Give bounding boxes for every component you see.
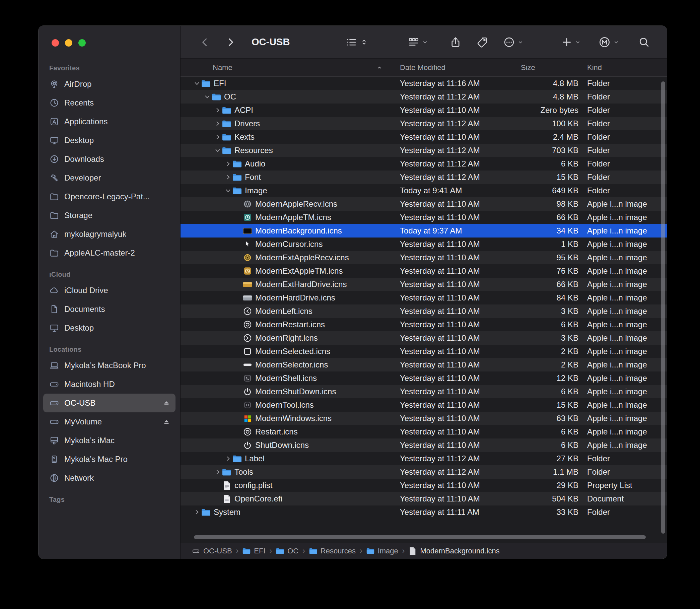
sidebar-item-icloud-drive[interactable]: iCloud Drive [43,281,175,300]
disclosure-chevron-icon[interactable] [193,509,201,516]
table-row[interactable]: config.plistYesterday at 11:10 AM29 KBPr… [180,479,667,492]
disclosure-chevron-icon[interactable] [213,147,222,154]
table-row[interactable]: KextsYesterday at 11:10 AM2.4 MBFolder [180,130,667,144]
sidebar-item-mykola-s-macbook-pro[interactable]: Mykola’s MacBook Pro [43,356,175,375]
disclosure-chevron-icon[interactable] [213,107,222,114]
table-row[interactable]: ModernSelector.icnsYesterday at 11:10 AM… [180,358,667,371]
path-item-image[interactable]: Image [366,547,398,555]
back-button[interactable] [199,36,211,48]
column-header-size[interactable]: Size [516,58,581,76]
path-item-efi[interactable]: EFI [243,547,265,555]
new-item-button[interactable] [561,36,581,48]
disclosure-chevron-icon[interactable] [224,174,232,180]
vertical-scrollbar[interactable] [661,82,665,534]
sidebar-item-opencore-legacy-pat[interactable]: Opencore-Legacy-Pat... [43,187,175,206]
disclosure-chevron-icon[interactable] [193,80,201,87]
modernshell-icns-icon [243,372,252,384]
column-header-date-modified[interactable]: Date Modified [394,58,516,76]
path-item-oc-usb[interactable]: OC-USB [192,547,232,555]
table-row[interactable]: ModernTool.icnsYesterday at 11:10 AM15 K… [180,398,667,412]
file-date-modified: Yesterday at 11:10 AM [394,280,516,289]
sidebar-item-mykola-s-mac-pro[interactable]: Mykola’s Mac Pro [43,450,175,469]
sidebar-item-desktop[interactable]: Desktop [43,318,175,337]
table-row[interactable]: ModernLeft.icnsYesterday at 11:10 AM3 KB… [180,304,667,318]
table-row[interactable]: ModernRestart.icnsYesterday at 11:10 AM6… [180,318,667,331]
file-kind: Apple i...n image [581,293,667,302]
tag-button[interactable] [476,36,488,48]
table-row[interactable]: ModernWindows.icnsYesterday at 11:10 AM6… [180,412,667,425]
path-item-resources[interactable]: Resources [309,547,356,555]
chevron-down-icon [613,39,619,45]
table-row[interactable]: LabelYesterday at 11:12 AM27 KBFolder [180,452,667,465]
sidebar-item-storage[interactable]: Storage [43,206,175,225]
table-row[interactable]: ModernCursor.icnsYesterday at 11:10 AM1 … [180,238,667,251]
table-row[interactable]: DriversYesterday at 11:12 AM100 KBFolder [180,117,667,130]
table-row[interactable]: FontYesterday at 11:12 AM15 KBFolder [180,171,667,184]
table-row[interactable]: ModernExtAppleTM.icnsYesterday at 11:10 … [180,264,667,278]
sidebar-item-mykola-s-imac[interactable]: Mykola’s iMac [43,431,175,450]
more-actions-button[interactable] [503,36,524,48]
table-row[interactable]: ModernHardDrive.icnsYesterday at 11:10 A… [180,291,667,304]
sidebar-item-label: Recents [64,98,94,107]
table-row[interactable]: ModernShell.icnsYesterday at 11:10 AM12 … [180,371,667,385]
table-row[interactable]: ModernRight.icnsYesterday at 11:10 AM3 K… [180,331,667,345]
disclosure-chevron-icon[interactable] [224,455,232,462]
sidebar-item-oc-usb[interactable]: OC-USB [43,394,175,412]
sidebar-item-desktop[interactable]: Desktop [43,131,175,150]
table-row[interactable]: ShutDown.icnsYesterday at 11:10 AM6 KBAp… [180,438,667,452]
sidebar-item-label: Storage [64,211,92,220]
table-row[interactable]: ModernBackground.icnsToday at 9:37 AM34 … [180,224,667,238]
view-switcher[interactable] [345,36,368,48]
table-row[interactable]: ModernShutDown.icnsYesterday at 11:10 AM… [180,385,667,398]
horizontal-scrollbar[interactable] [194,535,646,539]
disclosure-chevron-icon[interactable] [213,134,222,140]
sidebar-item-applications[interactable]: Applications [43,112,175,131]
sidebar-item-myvolume[interactable]: MyVolume [43,412,175,431]
forward-button[interactable] [225,36,236,48]
share-button[interactable] [450,36,461,48]
sidebar-item-airdrop[interactable]: AirDrop [43,75,175,93]
zoom-button[interactable] [78,39,86,47]
eject-icon[interactable] [162,399,171,407]
table-row[interactable]: ImageToday at 9:41 AM649 KBFolder [180,184,667,197]
sidebar-item-mykolagrymalyuk[interactable]: mykolagrymalyuk [43,225,175,244]
file-name: System [214,507,241,517]
group-by-button[interactable] [408,36,428,48]
table-row[interactable]: OpenCore.efiYesterday at 11:10 AM504 KBD… [180,492,667,505]
table-row[interactable]: EFIYesterday at 11:16 AM4.8 MBFolder [180,77,667,90]
disclosure-chevron-icon[interactable] [224,187,232,194]
path-item-modernbackground-icns[interactable]: ModernBackground.icns [408,547,500,555]
table-row[interactable]: ResourcesYesterday at 11:12 AM703 KBFold… [180,144,667,157]
sidebar-item-downloads[interactable]: Downloads [43,150,175,169]
table-row[interactable]: SystemYesterday at 11:11 AM33 KBFolder [180,505,667,519]
table-row[interactable]: Restart.icnsYesterday at 11:10 AM6 KBApp… [180,425,667,438]
account-menu-button[interactable] [598,36,619,49]
minimize-button[interactable] [65,39,72,47]
sidebar-item-developer[interactable]: Developer [43,169,175,187]
column-header-name[interactable]: Name [180,58,394,76]
search-button[interactable] [638,36,650,48]
table-row[interactable]: ModernSelected.icnsYesterday at 11:10 AM… [180,345,667,358]
table-row[interactable]: ModernAppleTM.icnsYesterday at 11:10 AM6… [180,211,667,224]
sidebar-item-macintosh-hd[interactable]: Macintosh HD [43,375,175,394]
sidebar-item-applealc-master-2[interactable]: AppleALC-master-2 [43,244,175,262]
table-row[interactable]: ModernAppleRecv.icnsYesterday at 11:10 A… [180,197,667,211]
table-row[interactable]: ModernExtHardDrive.icnsYesterday at 11:1… [180,278,667,291]
table-row[interactable]: ACPIYesterday at 11:10 AMZero bytesFolde… [180,104,667,117]
sidebar-item-recents[interactable]: Recents [43,93,175,112]
column-header-kind[interactable]: Kind [581,58,667,76]
file-date-modified: Yesterday at 11:12 AM [394,467,516,477]
disclosure-chevron-icon[interactable] [213,469,222,475]
eject-icon[interactable] [162,417,171,426]
disclosure-chevron-icon[interactable] [203,93,212,100]
sidebar-item-documents[interactable]: Documents [43,300,175,318]
table-row[interactable]: ModernExtAppleRecv.icnsYesterday at 11:1… [180,251,667,264]
path-item-oc[interactable]: OC [276,547,298,555]
table-row[interactable]: ToolsYesterday at 11:12 AM1.1 MBFolder [180,465,667,479]
disclosure-chevron-icon[interactable] [213,120,222,127]
disclosure-chevron-icon[interactable] [224,160,232,167]
table-row[interactable]: AudioYesterday at 11:12 AM6 KBFolder [180,157,667,171]
sidebar-item-network[interactable]: Network [43,469,175,487]
table-row[interactable]: OCYesterday at 11:12 AM4.8 MBFolder [180,90,667,104]
close-button[interactable] [52,39,59,47]
